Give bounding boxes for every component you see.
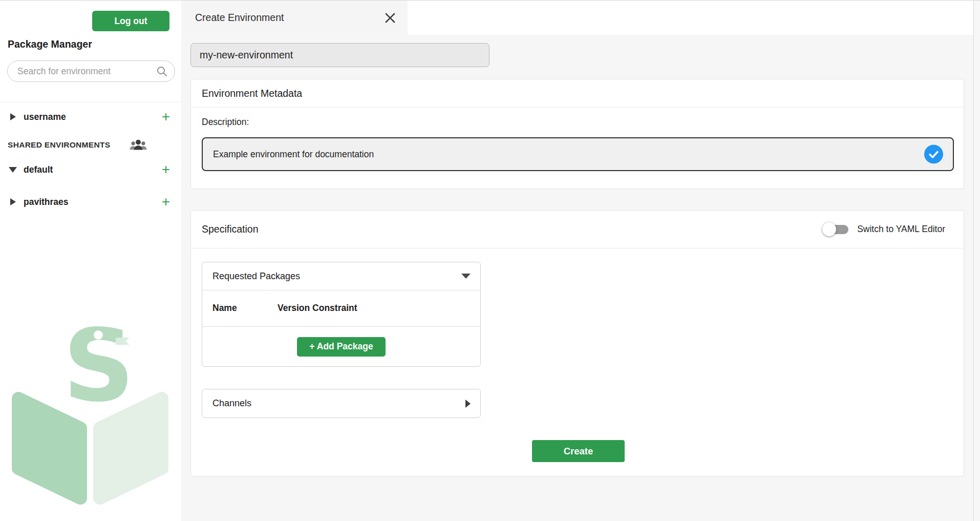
logout-button[interactable]: Log out <box>92 11 169 31</box>
tab-create-environment[interactable]: Create Environment <box>183 1 408 35</box>
chevron-down-icon <box>461 274 471 279</box>
conda-store-app: Log out Package Manager username + SHARE… <box>0 0 980 521</box>
collapse-arrow-icon[interactable] <box>9 167 17 173</box>
namespace-label[interactable]: default <box>24 164 53 175</box>
column-name: Name <box>212 303 237 314</box>
add-environment-icon[interactable]: + <box>162 162 170 177</box>
expand-arrow-icon[interactable] <box>10 113 16 120</box>
sidebar-item-default[interactable]: default + <box>0 162 182 177</box>
shared-environments-label: SHARED ENVIRONMENTS <box>8 140 110 150</box>
sidebar-item-pavithraes[interactable]: pavithraes + <box>0 194 182 210</box>
specification-title: Specification <box>202 223 822 235</box>
requested-packages-header[interactable]: Requested Packages <box>202 262 480 290</box>
yaml-editor-toggle[interactable] <box>822 222 848 236</box>
channels-header[interactable]: Channels <box>202 389 480 418</box>
people-icon <box>129 138 147 152</box>
add-environment-icon[interactable]: + <box>162 110 170 124</box>
conda-store-logo: S <box>10 323 170 507</box>
namespace-label[interactable]: pavithraes <box>24 197 69 207</box>
close-icon[interactable] <box>384 12 396 24</box>
toggle-knob[interactable] <box>822 222 836 236</box>
create-button[interactable]: Create <box>532 440 625 462</box>
search-icon <box>156 65 168 77</box>
environment-search <box>7 60 175 82</box>
add-environment-icon[interactable]: + <box>162 195 170 209</box>
namespace-label[interactable]: username <box>24 112 66 122</box>
sidebar-item-username[interactable]: username + <box>0 109 182 124</box>
main-area: Create Environment Environment Metadata … <box>183 1 973 521</box>
description-label: Description: <box>202 117 249 128</box>
scrollbar[interactable] <box>973 1 980 521</box>
channels-panel: Channels <box>202 389 481 418</box>
requested-packages-panel: Requested Packages Name Version Constrai… <box>202 262 481 367</box>
search-input[interactable] <box>17 66 156 77</box>
environment-metadata-card: Environment Metadata Description: Exampl… <box>190 79 964 189</box>
description-field[interactable]: Example environment for documentation <box>202 137 954 171</box>
environment-name-input[interactable] <box>190 43 489 67</box>
sidebar: Log out Package Manager username + SHARE… <box>0 1 182 521</box>
description-value: Example environment for documentation <box>213 149 374 160</box>
specification-card: Specification Switch to YAML Editor Requ… <box>190 210 964 476</box>
shared-environments-heading: SHARED ENVIRONMENTS <box>8 137 175 153</box>
packages-table-footer: + Add Package <box>202 327 480 366</box>
column-version-constraint: Version Constraint <box>278 303 357 314</box>
yaml-editor-toggle-group: Switch to YAML Editor <box>822 222 945 236</box>
packages-table-header: Name Version Constraint <box>202 290 480 327</box>
tab-title: Create Environment <box>195 12 384 24</box>
requested-packages-title: Requested Packages <box>212 271 300 282</box>
yaml-toggle-label: Switch to YAML Editor <box>857 224 945 235</box>
metadata-card-title: Environment Metadata <box>191 79 964 108</box>
sidebar-title: Package Manager <box>8 38 92 50</box>
expand-arrow-icon[interactable] <box>10 198 16 205</box>
sidebar-divider <box>0 102 182 102</box>
chevron-right-icon <box>465 400 471 408</box>
checkmark-icon[interactable] <box>924 145 943 164</box>
tab-bar: Create Environment <box>183 1 973 35</box>
channels-title: Channels <box>212 398 251 409</box>
add-package-button[interactable]: + Add Package <box>297 337 386 357</box>
